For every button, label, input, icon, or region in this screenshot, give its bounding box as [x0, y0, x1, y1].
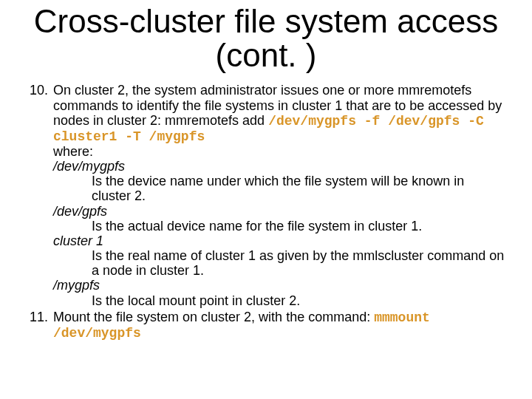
item11-text: Mount the file system on cluster 2, with… [53, 310, 374, 324]
list-item-11: Mount the file system on cluster 2, with… [52, 310, 505, 341]
list-item-10: On cluster 2, the system administrator i… [52, 83, 505, 307]
slide: Cross-cluster file system access (cont. … [0, 0, 532, 399]
def-term-mountpt: /mygpfs [53, 278, 505, 293]
instruction-list: On cluster 2, the system administrator i… [27, 83, 505, 341]
item10-where-label: where: [53, 144, 93, 159]
def-desc-mountpt: Is the local mount point in cluster 2. [92, 293, 505, 308]
def-term-gpfs: /dev/gpfs [53, 204, 505, 219]
def-term-cluster1: cluster 1 [53, 233, 505, 248]
definition-list: /dev/mygpfs Is the device name under whi… [53, 159, 505, 308]
def-desc-mygpfs: Is the device name under which the file … [92, 174, 505, 203]
page-title: Cross-cluster file system access (cont. … [27, 4, 505, 72]
def-desc-cluster1: Is the real name of cluster 1 as given b… [92, 248, 505, 278]
def-term-mygpfs: /dev/mygpfs [53, 159, 505, 174]
def-desc-gpfs: Is the actual device name for the file s… [92, 219, 505, 233]
